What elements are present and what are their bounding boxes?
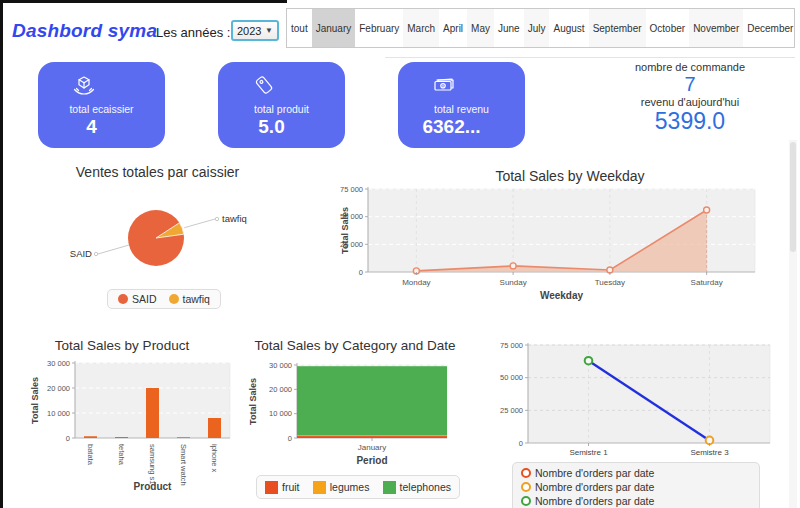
legend-ring-icon	[521, 496, 531, 506]
dashboard-page: Dashbord syma Les années : 2023 ▼ toutJa…	[0, 0, 800, 508]
svg-text:25 000: 25 000	[500, 406, 523, 415]
kpi-stats: nombre de commande 7 revenu d'aujourd'hu…	[600, 60, 780, 134]
svg-text:Smart watch: Smart watch	[179, 444, 188, 486]
svg-text:Total Sales: Total Sales	[340, 207, 350, 254]
kpi-card-value: 5.0	[208, 116, 335, 138]
bar-tefaha[interactable]	[115, 437, 128, 438]
tab-march[interactable]: March	[403, 9, 439, 47]
svg-text:tawfiq: tawfiq	[222, 213, 247, 224]
bar-samsung-s1[interactable]	[146, 388, 159, 438]
kpi-card-label: total ecaissier	[38, 103, 165, 115]
svg-text:samsung s1: samsung s1	[148, 444, 157, 484]
tab-january[interactable]: January	[312, 9, 356, 47]
bar-batata[interactable]	[84, 436, 97, 438]
stack-legumes[interactable]	[297, 435, 447, 436]
revenue-today-label: revenu d'aujourd'hui	[600, 96, 780, 108]
kpi-card-total-revenu: total revenu 6362...	[398, 62, 525, 148]
tab-may[interactable]: May	[467, 9, 494, 47]
stack-fruit[interactable]	[297, 436, 447, 438]
pie-legend-item-tawfiq[interactable]: tawfiq	[169, 293, 210, 305]
orders-label: nombre de commande	[600, 61, 780, 73]
svg-text:0: 0	[359, 268, 363, 277]
line-legend-item-1[interactable]: Nombre d'orders par date	[521, 481, 654, 493]
kpi-card-value: 6362...	[388, 116, 515, 138]
hands-box-icon	[2, 72, 165, 100]
legend-ring-icon	[521, 468, 531, 478]
bar-smart-watch[interactable]	[177, 437, 190, 438]
svg-text:Sunday: Sunday	[500, 278, 527, 287]
legend-swatch-icon	[313, 481, 326, 494]
svg-text:batata: batata	[86, 444, 95, 466]
legend-swatch-icon	[383, 481, 396, 494]
category-legend-item-fruit[interactable]: fruit	[265, 481, 300, 494]
kpi-card-total-produit: total produit 5.0	[218, 62, 345, 148]
tab-august[interactable]: August	[549, 9, 588, 47]
svg-text:Product: Product	[134, 481, 172, 492]
pie-legend-item-said[interactable]: SAID	[118, 293, 157, 305]
plot-area	[528, 345, 770, 443]
line-legend-item-0[interactable]: Nombre d'orders par date	[521, 467, 654, 479]
svg-text:20 000: 20 000	[269, 385, 292, 394]
svg-text:20 000: 20 000	[47, 384, 70, 393]
legend-dot-icon	[169, 294, 179, 304]
svg-text:Period: Period	[356, 455, 387, 466]
money-icon	[362, 72, 525, 100]
legend-ring-icon	[521, 482, 531, 492]
stack-telephones[interactable]	[297, 366, 447, 435]
window-edge-top	[0, 0, 287, 3]
svg-text:Saturday: Saturday	[691, 278, 723, 287]
scrollbar-thumb[interactable]	[790, 142, 796, 252]
tab-july[interactable]: July	[524, 9, 550, 47]
kpi-card-value: 4	[28, 116, 155, 138]
svg-text:iphone x: iphone x	[210, 444, 219, 473]
tab-june[interactable]: June	[494, 9, 524, 47]
kpi-card-label: total revenu	[398, 103, 525, 115]
bar-iphone-x[interactable]	[208, 418, 221, 438]
svg-text:75 000: 75 000	[340, 185, 363, 194]
data-point-saturday[interactable]	[704, 207, 710, 213]
svg-text:Total Sales: Total Sales	[30, 377, 40, 424]
legend-swatch-icon	[265, 481, 278, 494]
tab-april[interactable]: April	[439, 9, 467, 47]
years-label: Les années :	[156, 25, 230, 40]
tab-november[interactable]: November	[689, 9, 743, 47]
svg-text:0: 0	[288, 434, 292, 443]
pie-legend: SAIDtawfiq	[107, 289, 221, 309]
legend-dot-icon	[118, 294, 128, 304]
pie-chart[interactable]: tawfiqSAID	[52, 192, 267, 287]
svg-text:30 000: 30 000	[269, 361, 292, 370]
category-stacked-chart[interactable]: 010 00020 00030 000JanuaryPeriodTotal Sa…	[248, 352, 466, 470]
revenue-today-value: 5399.0	[600, 108, 780, 134]
tab-february[interactable]: February	[355, 9, 403, 47]
orders-value: 7	[600, 73, 780, 95]
tab-september[interactable]: September	[589, 9, 646, 47]
category-legend-item-legumes[interactable]: legumes	[313, 481, 370, 494]
product-bar-chart[interactable]: 010 00020 00030 000batatatefahasamsung s…	[30, 350, 242, 500]
year-select[interactable]: 2023 ▼	[231, 20, 279, 41]
data-point-semistre-1[interactable]	[585, 357, 593, 365]
chevron-down-icon: ▼	[265, 26, 273, 35]
category-chart-title: Total Sales by Category and Date	[246, 338, 464, 353]
weekday-area-chart[interactable]: 025 00050 00075 000MondaySundayTuesdaySa…	[340, 182, 798, 312]
svg-text:30 000: 30 000	[47, 359, 70, 368]
app-title: Dashbord syma	[12, 20, 157, 42]
kpi-card-label: total produit	[218, 103, 345, 115]
svg-text:Tuesday: Tuesday	[595, 278, 625, 287]
svg-text:0: 0	[66, 434, 70, 443]
line-legend-item-2[interactable]: Nombre d'orders par date	[521, 495, 654, 507]
tab-tout[interactable]: tout	[287, 9, 312, 47]
vertical-scrollbar[interactable]	[789, 140, 797, 508]
pie-chart-title: Ventes totales par caissier	[40, 164, 275, 180]
data-point-sunday[interactable]	[510, 263, 516, 269]
svg-text:Total Sales: Total Sales	[248, 378, 258, 425]
tab-december[interactable]: December	[743, 9, 795, 47]
semester-line-chart[interactable]: 025 00050 00075 000Semistre 1Semistre 3	[498, 332, 796, 460]
category-legend-item-telephones[interactable]: telephones	[383, 481, 451, 494]
category-legend: fruitlegumestelephones	[256, 475, 460, 499]
svg-text:75 000: 75 000	[500, 341, 523, 350]
svg-text:tefaha: tefaha	[117, 444, 126, 466]
kpi-card-total-ecaissier: total ecaissier 4	[38, 62, 165, 148]
tab-october[interactable]: October	[646, 9, 690, 47]
svg-text:SAID: SAID	[70, 248, 92, 259]
price-tag-icon	[182, 72, 345, 100]
